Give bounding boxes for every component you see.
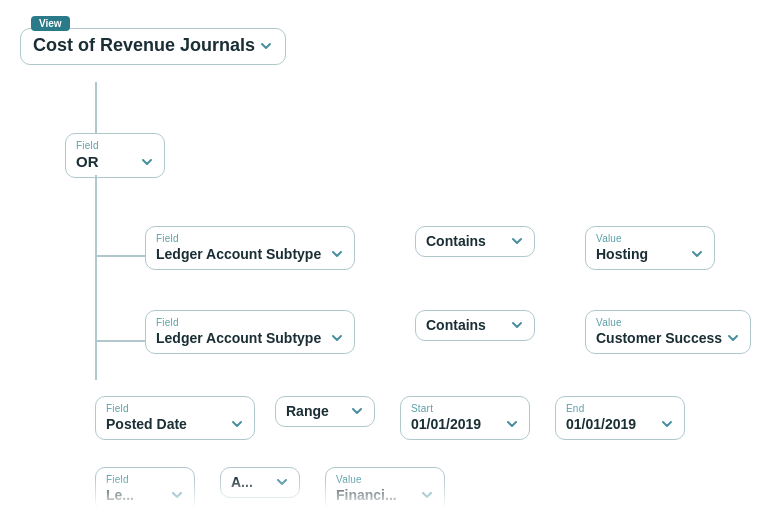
connector-or-vertical	[95, 175, 97, 380]
connector-view-to-or	[95, 82, 97, 137]
row3-field-label: Field	[106, 403, 244, 414]
row1-operator-chevron[interactable]	[510, 234, 524, 248]
view-title: Cost of Revenue Journals	[33, 35, 255, 56]
row3-end-box[interactable]: End 01/01/2019	[555, 396, 685, 440]
field-or-box[interactable]: Field OR	[65, 133, 165, 178]
or-value: OR	[76, 153, 99, 170]
row1-field-box[interactable]: Field Ledger Account Subtype	[145, 226, 355, 270]
row2-operator-chevron[interactable]	[510, 318, 524, 332]
row1-field-chevron[interactable]	[330, 247, 344, 261]
row1-value-chevron[interactable]	[690, 247, 704, 261]
or-chevron-icon[interactable]	[140, 155, 154, 169]
row1-value-value: Hosting	[596, 246, 648, 262]
row3-start-label: Start	[411, 403, 519, 414]
row1-value-label: Value	[596, 233, 704, 244]
row1-operator-value: Contains	[426, 233, 486, 249]
row1-field-label: Field	[156, 233, 344, 244]
row3-end-value: 01/01/2019	[566, 416, 636, 432]
row3-operator-box[interactable]: Range	[275, 396, 375, 427]
row2-operator-box[interactable]: Contains	[415, 310, 535, 341]
row2-value-chevron[interactable]	[726, 331, 740, 345]
row3-field-value: Posted Date	[106, 416, 187, 432]
row3-operator-chevron[interactable]	[350, 404, 364, 418]
row1-operator-box[interactable]: Contains	[415, 226, 535, 257]
row2-field-value: Ledger Account Subtype	[156, 330, 321, 346]
row1-value-box[interactable]: Value Hosting	[585, 226, 715, 270]
or-field-label: Field	[76, 140, 154, 151]
row3-field-chevron[interactable]	[230, 417, 244, 431]
view-box[interactable]: View Cost of Revenue Journals	[20, 28, 286, 65]
row2-value-label: Value	[596, 317, 740, 328]
row3-field-box[interactable]: Field Posted Date	[95, 396, 255, 440]
connector-row1-h	[95, 255, 145, 257]
view-tab-label: View	[31, 16, 70, 31]
row2-value-value: Customer Success	[596, 330, 722, 346]
row3-start-box[interactable]: Start 01/01/2019	[400, 396, 530, 440]
row1-field-value: Ledger Account Subtype	[156, 246, 321, 262]
view-chevron-icon[interactable]	[259, 39, 273, 53]
row2-field-label: Field	[156, 317, 344, 328]
row2-field-box[interactable]: Field Ledger Account Subtype	[145, 310, 355, 354]
row3-end-label: End	[566, 403, 674, 414]
row2-field-chevron[interactable]	[330, 331, 344, 345]
row3-start-value: 01/01/2019	[411, 416, 481, 432]
scroll-fade	[0, 477, 763, 507]
row3-start-chevron[interactable]	[505, 417, 519, 431]
row3-end-chevron[interactable]	[660, 417, 674, 431]
row3-operator-value: Range	[286, 403, 329, 419]
row2-operator-value: Contains	[426, 317, 486, 333]
connector-row2-h	[95, 340, 145, 342]
row2-value-box[interactable]: Value Customer Success	[585, 310, 751, 354]
